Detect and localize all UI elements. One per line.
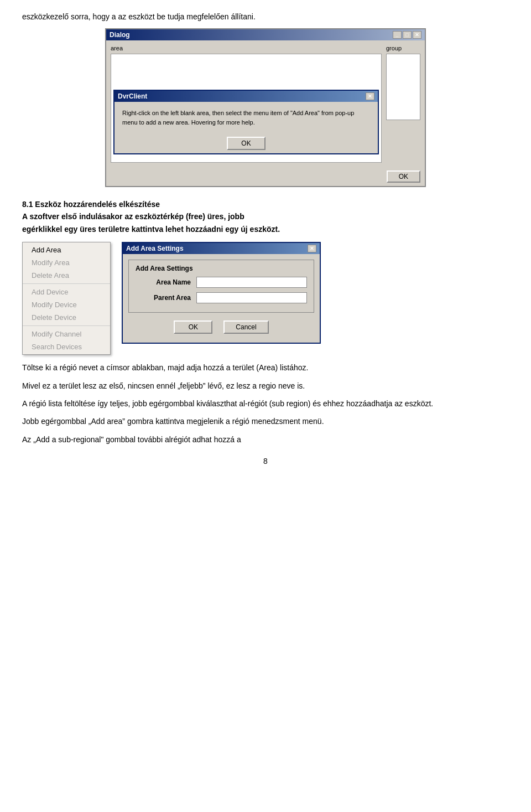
dialog-group-label: group: [386, 45, 420, 51]
add-area-name-input[interactable]: [196, 277, 307, 288]
add-area-name-field: Area Name: [136, 277, 307, 288]
add-area-parent-input[interactable]: [196, 292, 307, 303]
dialog-titlebar: Dialog _ □ ✕: [106, 29, 425, 40]
section-body-line1: A szoftver első indulásakor az eszköztér…: [22, 212, 244, 221]
para2: Mivel ez a terület lesz az első, nincsen…: [22, 380, 509, 392]
dvrclient-body: Right-click on the left blank area, then…: [114, 102, 378, 133]
dialog-window: Dialog _ □ ✕ area DvrClient ✕ Right-clic…: [105, 28, 426, 187]
context-menu-item-search-devices: Search Devices: [23, 340, 110, 353]
section-title: 8.1 Eszköz hozzárendelés elkészítése A s…: [22, 198, 509, 235]
context-menu-item-add-area[interactable]: Add Area: [23, 244, 110, 256]
dialog-left-panel: area DvrClient ✕ Right-click on the left…: [111, 45, 382, 163]
section-body-line2: egérklikkel egy üres területre kattintva…: [22, 225, 280, 234]
dialog-close-btn[interactable]: ✕: [413, 31, 421, 39]
context-menu-item-delete-area: Delete Area: [23, 269, 110, 282]
dvrclient-close-btn[interactable]: ✕: [366, 92, 374, 100]
top-text: eszközkezelő sorra, hogy a az eszközt be…: [22, 11, 509, 23]
add-area-parent-label: Parent Area: [136, 294, 191, 302]
context-menu-separator-2: [23, 325, 110, 326]
dialog-ok-button[interactable]: OK: [387, 170, 420, 183]
add-area-settings-dialog: Add Area Settings ✕ Add Area Settings Ar…: [122, 242, 321, 344]
add-area-group-label: Add Area Settings: [136, 265, 307, 272]
add-area-close-btn[interactable]: ✕: [308, 245, 316, 252]
dialog-area-label: area: [111, 45, 382, 51]
section-title-line1: 8.1 Eszköz hozzárendelés elkészítése: [22, 200, 160, 209]
context-menu: Add Area Modify Area Delete Area Add Dev…: [22, 242, 111, 355]
add-area-title: Add Area Settings: [126, 245, 184, 252]
para5: Az „Add a sub-regional" gombbal további …: [22, 433, 509, 446]
context-menu-item-delete-device: Delete Device: [23, 311, 110, 324]
para1: Töltse ki a régió nevet a címsor ablakba…: [22, 361, 509, 374]
dialog-footer: OK: [106, 167, 425, 186]
context-menu-item-add-device: Add Device: [23, 286, 110, 298]
dvrclient-footer: OK: [114, 133, 378, 153]
dialog-group-panel: [386, 54, 420, 120]
dvrclient-titlebar: DvrClient ✕: [114, 91, 378, 102]
context-menu-item-modify-area: Modify Area: [23, 256, 110, 269]
dialog-right-panel-wrapper: group: [386, 45, 420, 163]
para3: A régió lista feltöltése így teljes, job…: [22, 397, 509, 410]
dvrclient-body-text: Right-click on the left blank area, then…: [122, 110, 354, 126]
add-area-group: Add Area Settings Area Name Parent Area: [128, 260, 314, 313]
add-area-buttons: OK Cancel: [128, 318, 314, 337]
add-area-body: Add Area Settings Area Name Parent Area …: [123, 254, 320, 343]
add-area-cancel-button[interactable]: Cancel: [223, 320, 268, 334]
context-menu-item-modify-channel: Modify Channel: [23, 328, 110, 340]
dialog-body: area DvrClient ✕ Right-click on the left…: [106, 40, 425, 167]
dialog-titlebar-buttons: _ □ ✕: [393, 31, 421, 39]
para4: Jobb egérgombbal „Add area” gombra katti…: [22, 415, 509, 427]
dialog-minimize-btn[interactable]: _: [393, 31, 402, 39]
dvrclient-ok-button[interactable]: OK: [227, 137, 265, 150]
add-area-titlebar: Add Area Settings ✕: [123, 243, 320, 254]
add-area-name-label: Area Name: [136, 278, 191, 286]
context-menu-separator-1: [23, 283, 110, 284]
dialog-title: Dialog: [110, 31, 130, 39]
dialog-maximize-btn[interactable]: □: [403, 31, 412, 39]
add-area-parent-field: Parent Area: [136, 292, 307, 303]
context-menu-item-modify-device: Modify Device: [23, 298, 110, 311]
page-number: 8: [22, 457, 509, 466]
middle-row: Add Area Modify Area Delete Area Add Dev…: [22, 242, 509, 355]
add-area-ok-button[interactable]: OK: [174, 320, 212, 334]
dialog-area-panel: DvrClient ✕ Right-click on the left blan…: [111, 54, 382, 163]
dvrclient-popup: DvrClient ✕ Right-click on the left blan…: [113, 90, 379, 154]
dvrclient-title: DvrClient: [118, 92, 147, 100]
